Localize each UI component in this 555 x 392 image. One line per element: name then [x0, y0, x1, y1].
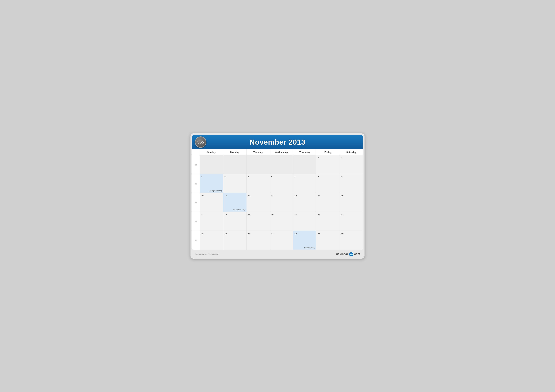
day-cell-empty: [293, 155, 316, 174]
day-cell-17: 17: [200, 212, 223, 231]
week-number-44: 44: [192, 155, 200, 174]
week-number-45: 45: [192, 174, 200, 193]
day-cell-20: 20: [270, 212, 293, 231]
day-number: 5: [248, 175, 268, 178]
brand-suffix: .com: [353, 252, 360, 256]
day-cell-18: 18: [223, 212, 246, 231]
day-number: 23: [341, 213, 362, 216]
day-number: 17: [201, 213, 222, 216]
day-cell-empty: [246, 155, 270, 174]
calendar-header: 365 November 2013: [192, 135, 363, 149]
calendar-title: November 2013: [249, 138, 305, 146]
day-cell-21: 21: [293, 212, 316, 231]
day-cell-19: 19: [246, 212, 270, 231]
dow-friday: Friday: [316, 149, 340, 155]
day-cell-empty: [223, 155, 246, 174]
day-cell-empty: [270, 155, 293, 174]
brand-prefix: Calendar-: [336, 252, 349, 256]
day-number: 29: [318, 232, 338, 235]
day-cell-empty: [200, 155, 223, 174]
calendar-grid: 4412453Daylight Saving456789461011Vetera…: [192, 155, 363, 250]
day-cell-23: 23: [340, 212, 363, 231]
footer-brand: Calendar-365.com: [336, 252, 360, 256]
day-cell-25: 25: [223, 231, 246, 250]
day-cell-27: 27: [270, 231, 293, 250]
day-cell-24: 24: [200, 231, 223, 250]
dow-tuesday: Tuesday: [246, 149, 270, 155]
day-number: 21: [294, 213, 315, 216]
day-number: 9: [341, 175, 362, 178]
day-number: 12: [248, 194, 268, 197]
day-cell-4: 4: [223, 174, 246, 193]
footer-caption: November 2013 Calendar: [195, 253, 219, 256]
day-number: 6: [271, 175, 292, 178]
week-number-47: 47: [192, 212, 200, 231]
day-number: 2: [341, 156, 362, 159]
day-cell-26: 26: [246, 231, 270, 250]
day-cell-16: 16: [340, 193, 363, 212]
dow-monday: Monday: [223, 149, 246, 155]
day-cell-14: 14: [293, 193, 316, 212]
day-cell-22: 22: [316, 212, 340, 231]
day-number: 20: [271, 213, 292, 216]
dow-thursday: Thursday: [293, 149, 316, 155]
footer: November 2013 Calendar Calendar-365.com: [192, 250, 363, 257]
day-cell-7: 7: [293, 174, 316, 193]
day-cell-15: 15: [316, 193, 340, 212]
day-cell-13: 13: [270, 193, 293, 212]
day-number: 8: [318, 175, 338, 178]
week-number-46: 46: [192, 193, 200, 212]
logo-365: 365: [195, 136, 206, 148]
day-number: 10: [201, 194, 222, 197]
week-number-48: 48: [192, 231, 200, 250]
day-number: 11: [224, 194, 245, 197]
day-number: 18: [224, 213, 245, 216]
day-number: 30: [341, 232, 362, 235]
dow-sunday: Sunday: [200, 149, 223, 155]
dow-saturday: Saturday: [340, 149, 363, 155]
day-cell-28: 28Thanksgiving: [293, 231, 316, 250]
day-number: 16: [341, 194, 362, 197]
day-cell-5: 5: [246, 174, 270, 193]
event-label: Thanksgiving: [304, 247, 315, 249]
day-number: 7: [294, 175, 315, 178]
brand-number: 365: [350, 253, 353, 255]
day-number: 1: [318, 156, 338, 159]
day-number: 15: [318, 194, 338, 197]
day-cell-6: 6: [270, 174, 293, 193]
logo-text: 365: [197, 140, 204, 145]
day-cell-8: 8: [316, 174, 340, 193]
day-cell-30: 30: [340, 231, 363, 250]
day-number: 19: [248, 213, 268, 216]
day-number: 14: [294, 194, 315, 197]
event-label: Daylight Saving: [209, 190, 222, 192]
day-cell-3: 3Daylight Saving: [200, 174, 223, 193]
day-number: 22: [318, 213, 338, 216]
day-number: 13: [271, 194, 292, 197]
event-label: Veterans' Day: [233, 209, 245, 211]
day-cell-9: 9: [340, 174, 363, 193]
day-number: 4: [224, 175, 245, 178]
dow-wednesday: Wednesday: [270, 149, 293, 155]
day-number: 24: [201, 232, 222, 235]
day-number: 3: [201, 175, 222, 178]
day-of-week-row: SundayMondayTuesdayWednesdayThursdayFrid…: [192, 149, 363, 155]
day-cell-12: 12: [246, 193, 270, 212]
calendar-body: SundayMondayTuesdayWednesdayThursdayFrid…: [192, 149, 363, 250]
week-label-header: [192, 149, 200, 155]
day-cell-11: 11Veterans' Day: [223, 193, 246, 212]
day-cell-10: 10: [200, 193, 223, 212]
day-number: 26: [248, 232, 268, 235]
day-cell-29: 29: [316, 231, 340, 250]
day-number: 25: [224, 232, 245, 235]
calendar-page: 365 November 2013 SundayMondayTuesdayWed…: [190, 133, 365, 259]
day-cell-2: 2: [340, 155, 363, 174]
day-cell-1: 1: [316, 155, 340, 174]
day-number: 27: [271, 232, 292, 235]
day-number: 28: [294, 232, 315, 235]
brand-365-circle: 365: [349, 252, 353, 256]
